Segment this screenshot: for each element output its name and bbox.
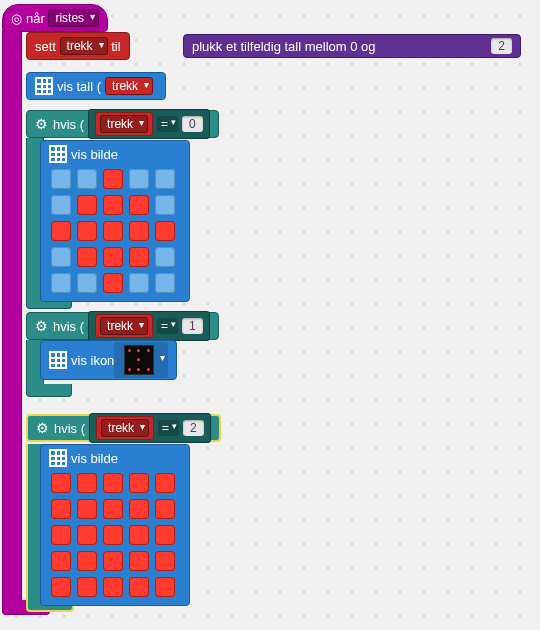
on-gesture-block[interactable]: ◎ når ristes: [2, 4, 108, 32]
led-grid-2[interactable]: [51, 473, 175, 597]
led-cell[interactable]: [77, 221, 97, 241]
grid-icon: [35, 77, 53, 95]
led-cell[interactable]: [103, 525, 123, 545]
led-cell[interactable]: [129, 577, 149, 597]
led-cell[interactable]: [103, 195, 123, 215]
led-cell[interactable]: [77, 473, 97, 493]
led-cell[interactable]: [155, 577, 175, 597]
led-cell[interactable]: [77, 273, 97, 293]
if1-op-dropdown[interactable]: =: [157, 116, 178, 132]
show-image-label: vis bilde: [71, 147, 118, 162]
if3-var-dropdown[interactable]: trekk: [101, 419, 149, 437]
grid-icon: [49, 449, 67, 467]
pick-random-block[interactable]: plukk et tilfeldig tall mellom 0 og 2: [183, 34, 521, 58]
show-number-block[interactable]: vis tall ( trekk: [26, 72, 166, 100]
led-cell[interactable]: [103, 247, 123, 267]
set-variable-block[interactable]: sett trekk til: [26, 32, 130, 60]
led-cell[interactable]: [129, 247, 149, 267]
led-cell[interactable]: [77, 499, 97, 519]
led-cell[interactable]: [129, 169, 149, 189]
led-cell[interactable]: [77, 577, 97, 597]
led-cell[interactable]: [129, 473, 149, 493]
set-variable-dropdown[interactable]: trekk: [60, 37, 108, 55]
led-cell[interactable]: [129, 221, 149, 241]
icon-dropdown[interactable]: [114, 342, 168, 378]
led-cell[interactable]: [103, 551, 123, 571]
if-label: hvis: [54, 421, 77, 436]
led-cell[interactable]: [103, 221, 123, 241]
led-cell[interactable]: [51, 473, 71, 493]
set-to-label: til: [111, 39, 120, 54]
grid-icon: [49, 351, 67, 369]
led-cell[interactable]: [129, 273, 149, 293]
led-cell[interactable]: [155, 551, 175, 571]
set-label: sett: [35, 39, 56, 54]
led-cell[interactable]: [155, 221, 175, 241]
led-cell[interactable]: [51, 525, 71, 545]
led-cell[interactable]: [155, 273, 175, 293]
target-icon: ◎: [11, 11, 22, 26]
led-cell[interactable]: [129, 195, 149, 215]
compare-block-2[interactable]: trekk = 1: [88, 311, 210, 341]
random-max-field[interactable]: 2: [491, 38, 512, 54]
led-cell[interactable]: [103, 169, 123, 189]
gear-icon[interactable]: ⚙: [35, 319, 49, 333]
event-label: når: [26, 11, 45, 26]
show-number-label: vis tall: [57, 79, 93, 94]
led-cell[interactable]: [51, 577, 71, 597]
show-icon-block[interactable]: vis ikon: [40, 340, 177, 380]
if-block-2[interactable]: ⚙ hvis ( trekk = 1: [26, 312, 219, 340]
led-cell[interactable]: [77, 247, 97, 267]
led-cell[interactable]: [51, 273, 71, 293]
led-cell[interactable]: [129, 525, 149, 545]
led-cell[interactable]: [155, 195, 175, 215]
if2-value-field[interactable]: 1: [182, 318, 203, 334]
compare-block-1[interactable]: trekk = 0: [88, 109, 210, 139]
led-cell[interactable]: [129, 551, 149, 571]
show-image-label: vis bilde: [71, 451, 118, 466]
led-cell[interactable]: [77, 551, 97, 571]
if3-value-field[interactable]: 2: [183, 420, 204, 436]
show-image-block-2[interactable]: vis bilde: [40, 444, 190, 606]
if3-op-dropdown[interactable]: =: [158, 420, 179, 436]
if1-value-field[interactable]: 0: [182, 116, 203, 132]
if-block-3[interactable]: ⚙ hvis ( trekk = 2: [26, 414, 221, 442]
led-cell[interactable]: [51, 499, 71, 519]
led-cell[interactable]: [129, 499, 149, 519]
led-cell[interactable]: [155, 525, 175, 545]
if2-foot: [26, 384, 72, 397]
led-cell[interactable]: [103, 273, 123, 293]
led-grid-1[interactable]: [51, 169, 175, 293]
event-c-spine: [2, 30, 22, 605]
led-cell[interactable]: [103, 499, 123, 519]
led-cell[interactable]: [51, 221, 71, 241]
show-number-var-dropdown[interactable]: trekk: [105, 77, 153, 95]
led-cell[interactable]: [51, 551, 71, 571]
show-image-block-1[interactable]: vis bilde: [40, 140, 190, 302]
if-block-1[interactable]: ⚙ hvis ( trekk = 0: [26, 110, 219, 138]
led-cell[interactable]: [77, 195, 97, 215]
gear-icon[interactable]: ⚙: [35, 117, 49, 131]
random-label: plukk et tilfeldig tall mellom 0 og: [192, 39, 376, 54]
led-cell[interactable]: [103, 473, 123, 493]
gear-icon[interactable]: ⚙: [36, 421, 50, 435]
if2-op-dropdown[interactable]: =: [157, 318, 178, 334]
compare-block-3[interactable]: trekk = 2: [89, 413, 211, 443]
led-cell[interactable]: [103, 577, 123, 597]
led-cell[interactable]: [77, 525, 97, 545]
if2-var-dropdown[interactable]: trekk: [100, 317, 148, 335]
if-label: hvis: [53, 319, 76, 334]
gesture-dropdown[interactable]: ristes: [48, 9, 99, 27]
led-cell[interactable]: [155, 473, 175, 493]
if1-var-dropdown[interactable]: trekk: [100, 115, 148, 133]
led-cell[interactable]: [51, 247, 71, 267]
led-cell[interactable]: [155, 499, 175, 519]
grid-icon: [49, 145, 67, 163]
chessboard-icon: [124, 345, 154, 375]
led-cell[interactable]: [51, 169, 71, 189]
led-cell[interactable]: [51, 195, 71, 215]
led-cell[interactable]: [155, 169, 175, 189]
if-label: hvis: [53, 117, 76, 132]
led-cell[interactable]: [155, 247, 175, 267]
led-cell[interactable]: [77, 169, 97, 189]
